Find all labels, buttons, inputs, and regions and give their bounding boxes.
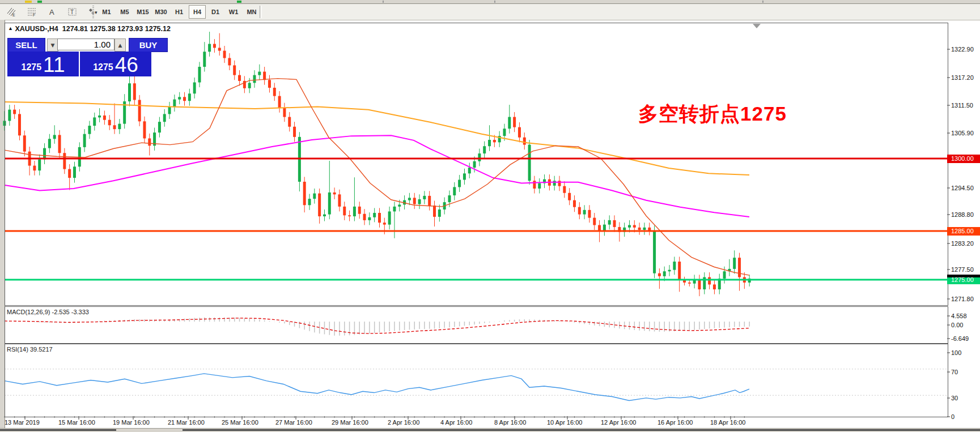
candle-body: [688, 283, 691, 284]
collapse-icon[interactable]: ▲: [8, 25, 13, 31]
candle-body: [373, 213, 376, 217]
candle-body: [313, 194, 316, 199]
candle-body: [168, 107, 171, 114]
candle-body: [3, 121, 6, 126]
candle-body: [593, 218, 596, 225]
candle-body: [733, 258, 736, 269]
candle-body: [158, 122, 161, 132]
chart-shift-marker-icon[interactable]: [753, 24, 761, 28]
rsi-axis-label: 70: [951, 369, 958, 375]
time-axis-label: 16 Apr 16:00: [657, 419, 693, 426]
candle-body: [333, 193, 336, 194]
candle-body: [428, 196, 431, 206]
price-axis-label: 1288.80: [951, 211, 974, 218]
candle-body: [38, 159, 41, 170]
time-axis-label: 19 Mar 16:00: [113, 419, 150, 426]
time-axis-label: 21 Mar 16:00: [168, 419, 205, 426]
price-axis-label: 1271.80: [951, 296, 974, 302]
candle-body: [348, 215, 351, 216]
candle-body: [58, 135, 61, 153]
volume-input[interactable]: [57, 39, 114, 50]
candle-body: [128, 83, 131, 101]
candle-body: [88, 126, 91, 134]
candle-body: [278, 96, 281, 108]
candle-body: [513, 117, 516, 127]
candle-body: [523, 138, 526, 145]
candle-body: [303, 182, 306, 205]
price-axis-label: 1311.50: [951, 102, 973, 109]
macd-axis-label: 4.558: [951, 313, 967, 319]
candle-body: [643, 228, 646, 230]
sell-button[interactable]: SELL: [7, 38, 45, 52]
chart-title: ▲ XAUUSD-,H4 1274.81 1275.38 1273.93 127…: [8, 25, 171, 33]
candle-body: [453, 187, 456, 195]
candle-body: [678, 262, 681, 280]
macd-axis-label: -6.649: [951, 335, 969, 342]
candle-body: [223, 51, 226, 58]
candle-body: [133, 83, 136, 100]
candle-body: [103, 116, 106, 120]
candle-body: [233, 65, 236, 75]
sell-price-big: 11: [43, 54, 65, 76]
candle-body: [33, 166, 36, 171]
candle-body: [588, 210, 591, 218]
candle-body: [263, 72, 266, 80]
volume-increase-button[interactable]: ▲: [114, 39, 126, 52]
candle-body: [698, 280, 701, 289]
candle-body: [738, 258, 741, 277]
rsi-axis-label: 100: [951, 349, 961, 356]
price-level-badge: 1285.00: [947, 227, 980, 236]
candle-body: [583, 210, 586, 215]
candle-body: [13, 110, 16, 114]
candle-body: [448, 195, 451, 202]
candle-body: [423, 196, 426, 199]
buy-button[interactable]: BUY: [129, 38, 168, 52]
candle-body: [708, 277, 711, 285]
candle-body: [628, 225, 631, 228]
candle-body: [93, 117, 96, 126]
candle-body: [68, 169, 71, 178]
candle-body: [173, 100, 176, 107]
candle-body: [493, 140, 496, 142]
candle-body: [518, 127, 521, 138]
candle-body: [218, 48, 221, 50]
volume-decrease-button[interactable]: ▼: [47, 39, 58, 52]
candle-body: [248, 83, 251, 88]
time-axis-label: 15 Mar 16:00: [58, 419, 95, 426]
price-axis-black-bar: [947, 275, 980, 277]
rsi-axis-label: 0: [951, 413, 954, 420]
mt4-terminal: { "toolbar": { "tools": [ {"name": "chan…: [0, 0, 980, 432]
macd-label: MACD(12,26,9) -2.535 -3.333: [7, 309, 89, 315]
candle-body: [228, 58, 231, 66]
candle-body: [98, 116, 101, 117]
candle-body: [648, 228, 651, 230]
candle-body: [483, 146, 486, 153]
time-axis-label: 29 Mar 16:00: [332, 419, 368, 426]
candle-body: [503, 129, 506, 136]
candle-body: [163, 114, 166, 122]
candle-body: [148, 138, 151, 146]
candle-body: [323, 215, 326, 216]
sell-price-small: 1275: [21, 62, 41, 72]
time-axis-label: 27 Mar 16:00: [275, 419, 312, 426]
time-axis-label: 4 Apr 16:00: [440, 419, 472, 426]
candle-body: [633, 225, 636, 228]
candle-body: [668, 270, 671, 272]
candle-body: [613, 220, 616, 227]
candle-body: [663, 271, 666, 276]
candle-body: [183, 97, 186, 101]
time-axis-label: 2 Apr 16:00: [388, 419, 419, 426]
candle-body: [353, 207, 356, 216]
buy-price-tile[interactable]: 1275 46: [80, 52, 151, 76]
candle-body: [18, 114, 21, 135]
time-axis-label: 10 Apr 16:00: [547, 419, 582, 426]
candle-body: [413, 198, 416, 204]
candle-body: [468, 168, 471, 173]
ma-slow-orange-line: [5, 102, 749, 175]
price-level-badge: 1300.00: [947, 155, 980, 163]
candle-body: [53, 135, 56, 139]
candle-body: [573, 200, 576, 207]
candle-body: [143, 121, 146, 138]
macd-axis-label: 0.00: [951, 322, 963, 328]
sell-price-tile[interactable]: 1275 11: [7, 52, 79, 76]
